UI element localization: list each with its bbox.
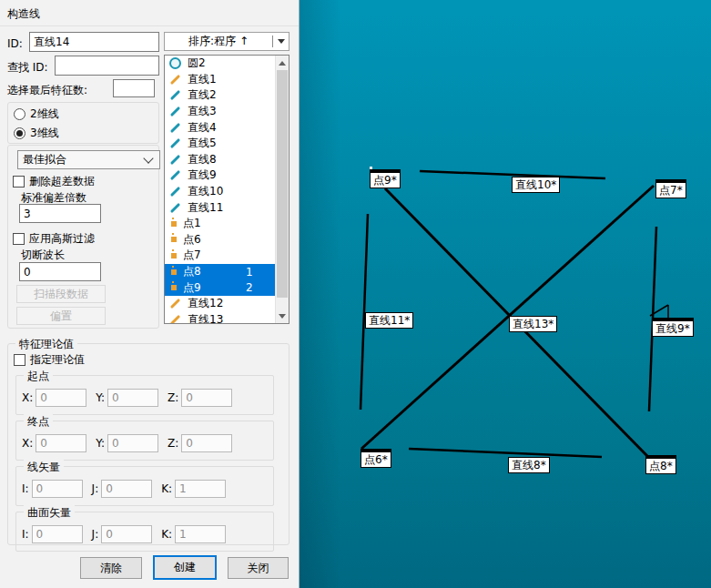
list-item-order-badge: 1: [246, 266, 253, 279]
theo-subgroup: 线矢量I:J:K:: [15, 466, 274, 506]
list-item[interactable]: 直线12: [165, 296, 275, 312]
sort-header-button[interactable]: 排序:程序 ↑: [164, 32, 289, 51]
list-item[interactable]: 直线10: [165, 184, 275, 200]
list-item[interactable]: 直线9: [165, 167, 275, 184]
list-item[interactable]: 直线3: [165, 104, 275, 120]
field-input: [181, 389, 232, 407]
app-window: 构造线 ID: 排序:程序 ↑ 查找 ID: 选择最后特征数: 2维线 3维线: [0, 0, 711, 588]
list-item-label: 圆2: [188, 56, 244, 71]
feature-label[interactable]: 点8*: [645, 455, 676, 474]
line-icon: [170, 202, 180, 212]
feature-label[interactable]: 直线11*: [365, 312, 413, 329]
field-input: [107, 434, 158, 452]
scroll-down-button[interactable]: [276, 309, 289, 323]
list-item-label: 点6: [183, 232, 239, 248]
remove-outliers-row[interactable]: 删除超差数据: [13, 174, 95, 189]
list-item[interactable]: 直线5: [165, 136, 275, 152]
last-feature-input[interactable]: [113, 79, 155, 97]
feature-label[interactable]: 点7*: [655, 179, 686, 198]
list-item-label: 直线4: [188, 120, 244, 136]
feature-label[interactable]: 直线9*: [652, 318, 694, 337]
chevron-down-icon: [278, 39, 285, 44]
std-dev-input[interactable]: [19, 204, 101, 223]
remove-outliers-label: 删除超差数据: [29, 174, 95, 189]
list-item[interactable]: 直线4: [165, 119, 275, 136]
graphics-viewport[interactable]: 点9*直线10*点7*直线11*直线13*直线9*点6*直线8*点8*: [300, 0, 711, 588]
gauss-filter-checkbox[interactable]: [13, 233, 25, 245]
last-feature-label: 选择最后特征数:: [7, 83, 87, 98]
line-icon: [170, 75, 180, 85]
list-item-label: 点1: [183, 216, 239, 231]
sort-dropdown-button[interactable]: [273, 39, 289, 44]
list-item-label: 直线9: [188, 167, 244, 183]
list-item-label: 直线11: [188, 200, 244, 216]
list-item[interactable]: 点1: [165, 216, 275, 232]
list-item[interactable]: 圆2: [165, 56, 275, 72]
fit-method-dropdown[interactable]: 最佳拟合: [17, 150, 160, 169]
list-item-label: 直线10: [188, 184, 244, 199]
field-input: [181, 434, 232, 452]
field-label: Z:: [168, 437, 178, 450]
radio-2d-row[interactable]: 2维线: [14, 106, 158, 122]
list-item[interactable]: 直线2: [165, 87, 275, 104]
assign-theo-checkbox[interactable]: [14, 354, 25, 366]
list-item[interactable]: 直线13: [165, 312, 275, 324]
field-input: [32, 525, 83, 543]
feature-label[interactable]: 直线10*: [512, 177, 560, 193]
field-input: [175, 525, 226, 543]
line-icon: [170, 299, 180, 309]
feature-label[interactable]: 直线13*: [509, 316, 557, 332]
fit-method-value: 最佳拟合: [23, 152, 145, 167]
list-item-label: 直线13: [188, 312, 244, 323]
list-item-label: 点9: [183, 280, 239, 296]
triangle-up-icon: [279, 61, 286, 66]
feature-label[interactable]: 点6*: [361, 449, 391, 468]
field-label: X:: [22, 391, 33, 404]
list-item[interactable]: 直线11: [165, 199, 275, 216]
dimension-group: 2维线 3维线: [7, 102, 159, 144]
list-item-order-badge: 2: [246, 281, 253, 294]
theo-field-row: X:Y:Z:: [16, 376, 273, 407]
point-icon: [171, 253, 177, 259]
field-label: X:: [22, 437, 33, 450]
find-id-input[interactable]: [55, 56, 159, 76]
line-icon: [170, 170, 180, 180]
list-item-label: 直线8: [188, 152, 244, 167]
point-icon: [171, 285, 177, 290]
list-item-label: 直线1: [188, 72, 244, 87]
list-item[interactable]: 点6: [165, 232, 275, 248]
list-item[interactable]: 点7: [165, 248, 275, 264]
radio-2d[interactable]: [14, 108, 25, 120]
scroll-up-button[interactable]: [276, 56, 289, 70]
list-item[interactable]: 直线1: [165, 72, 275, 88]
list-item[interactable]: 点81: [165, 264, 275, 280]
field-input: [36, 434, 86, 452]
list-item[interactable]: 点92: [165, 279, 275, 296]
create-button[interactable]: 创建: [153, 555, 217, 580]
field-input: [175, 480, 226, 498]
gauss-filter-row[interactable]: 应用高斯过滤: [13, 231, 95, 247]
radio-3d[interactable]: [14, 127, 25, 139]
theo-subgroup: 终点X:Y:Z:: [15, 421, 274, 461]
feature-list[interactable]: 圆2直线1直线2直线3直线4直线5直线8直线9直线10直线11点1点6点7点81…: [164, 55, 289, 324]
radio-3d-row[interactable]: 3维线: [14, 126, 158, 141]
feature-list-rows: 圆2直线1直线2直线3直线4直线5直线8直线9直线10直线11点1点6点7点81…: [165, 56, 275, 323]
id-input[interactable]: [29, 32, 159, 52]
cutoff-input[interactable]: [19, 262, 101, 281]
assign-theo-row[interactable]: 指定理论值: [14, 352, 85, 368]
line-8[interactable]: [409, 449, 602, 457]
remove-outliers-checkbox[interactable]: [13, 176, 25, 188]
list-item-label: 直线2: [188, 87, 244, 103]
clear-button[interactable]: 清除: [80, 557, 142, 579]
list-scrollbar[interactable]: [275, 56, 289, 323]
line-icon: [170, 187, 180, 197]
scroll-track[interactable]: [276, 70, 289, 309]
scroll-thumb[interactable]: [277, 70, 288, 298]
close-button[interactable]: 关闭: [228, 557, 289, 579]
feature-label[interactable]: 点9*: [370, 169, 401, 188]
list-item[interactable]: 直线8: [165, 152, 275, 168]
list-item-label: 直线5: [188, 136, 244, 151]
feature-label[interactable]: 直线8*: [508, 457, 550, 473]
chevron-down-icon: [143, 153, 153, 163]
field-label: K:: [161, 482, 172, 495]
